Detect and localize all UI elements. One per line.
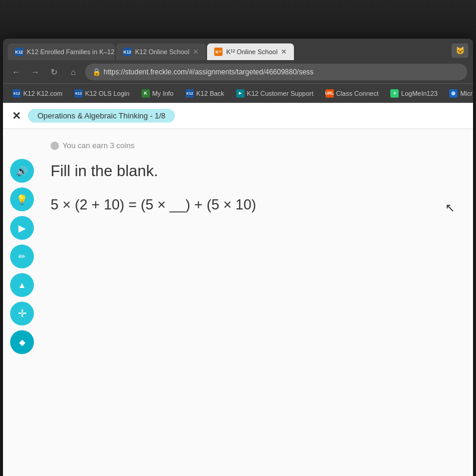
tab-favicon-3: K¹² xyxy=(214,48,223,56)
bm-favicon-3: K xyxy=(142,89,150,98)
forward-button[interactable]: → xyxy=(28,65,42,79)
desktop-bg xyxy=(0,0,476,33)
home-button[interactable]: ⌂ xyxy=(66,65,80,79)
bookmark-k12-back[interactable]: K12 K12 Back xyxy=(181,88,229,99)
coins-notice: You can earn 3 coins xyxy=(51,141,461,150)
tab-label-3: K¹² Online School xyxy=(226,48,277,55)
tab-k12-active[interactable]: K¹² K¹² Online School ✕ xyxy=(207,43,294,60)
coin-icon xyxy=(51,142,59,150)
bookmark-my-info[interactable]: K My Info xyxy=(137,88,178,99)
sidebar-audio-button[interactable]: 🔊 xyxy=(10,159,34,183)
equation-display: 5 × (2 + 10) = (5 × __) + (5 × 10) xyxy=(51,195,461,215)
question-header: ✕ Operations & Algebraic Thinking - 1/8 xyxy=(3,103,473,129)
bookmark-customer-support[interactable]: ► K12 Customer Support xyxy=(231,88,318,99)
bm-favicon-6: URL xyxy=(325,89,334,98)
bm-label-1: K12 K12.com xyxy=(23,90,62,97)
progress-text: Operations & Algebraic Thinking - 1/8 xyxy=(37,111,165,120)
bm-label-8: Micr xyxy=(460,90,472,97)
bm-label-7: LogMeIn123 xyxy=(401,90,437,97)
tab-close-3[interactable]: ✕ xyxy=(281,48,287,56)
tab-k12-families[interactable]: K12 K12 Enrolled Families in K–12 Onlin … xyxy=(8,43,115,60)
sidebar-play-button[interactable]: ▶ xyxy=(10,216,34,240)
address-bar-row: ← → ↻ ⌂ 🔒 https://student.freckle.com/#/… xyxy=(3,60,473,84)
sidebar-move-button[interactable]: ✛ xyxy=(10,302,34,325)
bm-favicon-7: + xyxy=(390,89,399,98)
bookmark-ols-login[interactable]: K12 K12 OLS Login xyxy=(70,88,134,99)
address-text: https://student.freckle.com/#/assignment… xyxy=(104,68,314,76)
bm-favicon-5: ► xyxy=(236,89,245,98)
browser-extra-icon: 🐱 xyxy=(452,43,468,60)
page-content: ✕ Operations & Algebraic Thinking - 1/8 … xyxy=(3,103,473,476)
bm-label-2: K12 OLS Login xyxy=(85,90,130,97)
question-main: You can earn 3 coins Fill in the blank. … xyxy=(3,129,473,476)
bookmark-logmein[interactable]: + LogMeIn123 xyxy=(386,88,442,99)
sidebar-shapes-button[interactable]: ▲ xyxy=(10,273,34,297)
tab-bar: K12 K12 Enrolled Families in K–12 Onlin … xyxy=(3,39,473,60)
close-question-button[interactable]: ✕ xyxy=(12,109,21,123)
bm-favicon-1: K12 xyxy=(12,89,21,98)
bm-favicon-8: ⊕ xyxy=(449,89,458,98)
address-bar[interactable]: 🔒 https://student.freckle.com/#/assignme… xyxy=(85,64,467,80)
bm-favicon-2: K12 xyxy=(74,89,83,98)
bm-label-3: My Info xyxy=(152,90,174,97)
bookmark-micro[interactable]: ⊕ Micr xyxy=(444,88,473,99)
browser-window: K12 K12 Enrolled Families in K–12 Onlin … xyxy=(3,39,473,476)
bm-label-6: Class Connect xyxy=(336,90,379,97)
refresh-button[interactable]: ↻ xyxy=(47,65,61,79)
bookmark-class-connect[interactable]: URL Class Connect xyxy=(321,88,384,99)
tab-k12-online[interactable]: K12 K12 Online School ✕ xyxy=(116,43,206,60)
bm-favicon-4: K12 xyxy=(186,89,194,98)
question-progress: Operations & Algebraic Thinking - 1/8 xyxy=(28,109,175,123)
question-text: Fill in the blank. xyxy=(51,162,461,180)
bm-label-4: K12 Back xyxy=(196,90,224,97)
sidebar-hint-button[interactable]: 💡 xyxy=(10,187,34,211)
bookmark-k12com[interactable]: K12 K12 K12.com xyxy=(8,88,67,99)
bookmarks-bar: K12 K12 K12.com K12 K12 OLS Login K My I… xyxy=(3,84,473,103)
tab-label-1: K12 Enrolled Families in K–12 Onlin xyxy=(27,48,115,55)
left-sidebar: 🔊 💡 ▶ ✏ ▲ ✛ ◆ xyxy=(10,159,34,354)
security-icon: 🔒 xyxy=(92,68,101,76)
sidebar-draw-button[interactable]: ✏ xyxy=(10,245,34,268)
back-button[interactable]: ← xyxy=(9,65,23,79)
tab-favicon-2: K12 xyxy=(123,48,131,56)
tab-close-2[interactable]: ✕ xyxy=(193,48,199,56)
tab-favicon-1: K12 xyxy=(15,48,23,56)
tab-label-2: K12 Online School xyxy=(135,48,189,55)
bm-label-5: K12 Customer Support xyxy=(247,90,314,97)
coins-text: You can earn 3 coins xyxy=(62,141,134,150)
sidebar-eraser-button[interactable]: ◆ xyxy=(10,330,34,354)
